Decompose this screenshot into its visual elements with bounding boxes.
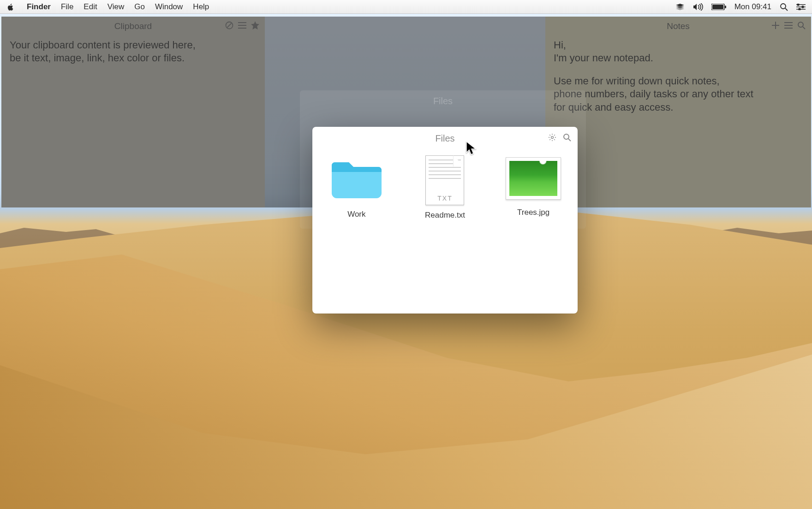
wallpaper-mountain (0, 225, 120, 253)
file-label: Readme.txt (406, 211, 484, 220)
file-label: Trees.jpg (494, 208, 573, 217)
control-center-icon[interactable] (796, 4, 806, 10)
folder-icon (329, 155, 384, 201)
txt-file-icon: TXT (425, 155, 464, 205)
image-thumbnail (506, 157, 561, 200)
menubar-item-edit[interactable]: Edit (84, 2, 97, 12)
svg-rect-2 (725, 6, 726, 8)
folder-item[interactable]: Work (317, 155, 396, 220)
svg-point-10 (564, 134, 569, 139)
menubar-clock[interactable]: Mon 09:41 (734, 2, 771, 12)
menubar-app-name[interactable]: Finder (27, 2, 51, 12)
search-icon[interactable] (563, 133, 571, 142)
star-icon[interactable] (251, 21, 259, 30)
clipboard-panel: Clipboard Your clipboard content is prev… (1, 17, 265, 207)
svg-point-5 (802, 6, 804, 8)
add-icon[interactable] (771, 21, 780, 30)
gear-icon[interactable] (548, 133, 556, 142)
svg-point-3 (781, 4, 786, 9)
image-file-item[interactable]: Trees.jpg (494, 155, 573, 220)
files-title: Files (312, 133, 578, 144)
spotlight-icon[interactable] (780, 3, 788, 11)
svg-rect-1 (712, 5, 723, 9)
battery-icon[interactable] (711, 4, 726, 10)
wallpaper-dune (0, 323, 812, 509)
svg-point-4 (797, 4, 799, 6)
svg-point-9 (551, 136, 554, 139)
menubar-item-view[interactable]: View (107, 2, 125, 12)
tray-app-icon[interactable] (675, 4, 685, 10)
text-file-item[interactable]: TXT Readme.txt (406, 155, 484, 220)
svg-point-6 (799, 8, 800, 10)
apple-menu-icon[interactable] (6, 3, 15, 11)
menubar-item-help[interactable]: Help (193, 2, 209, 12)
search-icon[interactable] (797, 21, 806, 30)
menu-bar: Finder File Edit View Go Window Help Mon… (0, 0, 812, 14)
notes-body[interactable]: Use me for writing down quick notes, pho… (554, 75, 803, 113)
volume-icon[interactable] (693, 3, 703, 11)
wallpaper-mountain (646, 225, 812, 253)
list-icon[interactable] (238, 21, 246, 30)
menubar-item-window[interactable]: Window (155, 2, 183, 12)
clear-icon[interactable] (225, 21, 233, 30)
clipboard-body: Your clipboard content is previewed here… (10, 39, 257, 65)
notes-intro[interactable]: Hi, I'm your new notepad. (554, 39, 803, 65)
file-ext-label: TXT (426, 195, 464, 202)
files-bg-title: Files (300, 96, 586, 107)
file-label: Work (317, 210, 396, 219)
menubar-item-file[interactable]: File (61, 2, 73, 12)
files-window[interactable]: Files Work TXT Readme.txt Trees.jpg (312, 127, 578, 314)
menubar-item-go[interactable]: Go (134, 2, 145, 12)
svg-point-8 (798, 22, 803, 27)
list-icon[interactable] (784, 21, 793, 30)
